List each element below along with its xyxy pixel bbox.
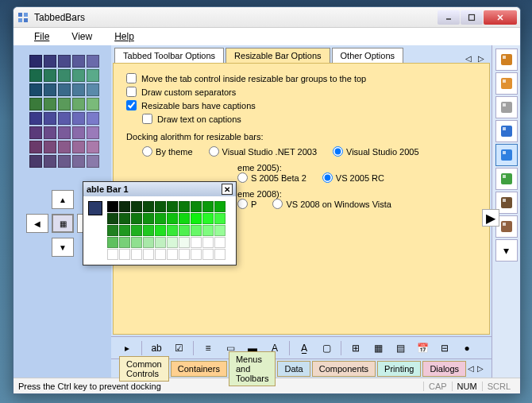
- green-swatch[interactable]: [202, 237, 214, 248]
- green-swatch[interactable]: [179, 237, 190, 248]
- green-swatch[interactable]: [214, 225, 226, 236]
- btab-scroll-left[interactable]: ◁: [468, 364, 474, 373]
- vs-icon[interactable]: [495, 144, 518, 166]
- color-swatch[interactable]: [44, 126, 56, 139]
- color-swatch[interactable]: [29, 141, 42, 153]
- green-swatch[interactable]: [202, 249, 214, 260]
- close-button[interactable]: [484, 10, 517, 25]
- green-swatch[interactable]: [167, 237, 178, 248]
- category-tab-dialogs[interactable]: Dialogs: [422, 361, 466, 377]
- green-swatch[interactable]: [143, 249, 154, 260]
- green-swatch[interactable]: [179, 249, 190, 260]
- color-swatch[interactable]: [44, 69, 56, 82]
- color-swatch[interactable]: [72, 55, 85, 68]
- color-swatch[interactable]: [44, 98, 56, 110]
- green-swatch[interactable]: [143, 237, 154, 248]
- tab-other-options[interactable]: Other Options: [332, 48, 403, 63]
- radio-vs2008-vista[interactable]: [272, 199, 283, 209]
- chk-draw-separators[interactable]: [126, 87, 137, 97]
- tab-toolbar-options[interactable]: Tabbed Toolbar Options: [114, 48, 224, 63]
- group-icon[interactable]: ▦: [370, 340, 386, 356]
- dot-icon[interactable]: ●: [459, 340, 475, 356]
- dock-left-button[interactable]: ◀: [26, 214, 48, 233]
- color-swatch[interactable]: [58, 98, 71, 110]
- btab-scroll-right[interactable]: ▷: [477, 364, 484, 373]
- category-tab-menus-and-toolbars[interactable]: Menus and Toolbars: [229, 351, 276, 386]
- color-swatch[interactable]: [58, 69, 71, 82]
- green-swatch[interactable]: [119, 237, 130, 248]
- color-swatch-grid[interactable]: [29, 55, 99, 168]
- color-swatch[interactable]: [72, 69, 85, 82]
- green-swatch[interactable]: [155, 225, 166, 236]
- green-swatch[interactable]: [167, 225, 178, 236]
- green-swatch[interactable]: [214, 201, 226, 212]
- green-swatch[interactable]: [167, 213, 178, 224]
- color-swatch[interactable]: [72, 141, 85, 153]
- green-swatch[interactable]: [119, 213, 130, 224]
- green-swatch[interactable]: [131, 225, 142, 236]
- color-swatch[interactable]: [29, 98, 42, 110]
- color-swatch[interactable]: [87, 83, 99, 96]
- green-swatch[interactable]: [155, 237, 166, 248]
- green-swatch[interactable]: [179, 225, 190, 236]
- color-swatch[interactable]: [29, 55, 42, 68]
- chk-move-tab-top[interactable]: [126, 73, 137, 83]
- nav-right-floating[interactable]: ▶: [482, 209, 499, 227]
- green-swatch[interactable]: [119, 201, 130, 212]
- green-swatch[interactable]: [214, 237, 226, 248]
- green-swatch[interactable]: [191, 213, 202, 224]
- green-swatch[interactable]: [131, 237, 142, 248]
- green-swatch[interactable]: [119, 225, 130, 236]
- label-icon[interactable]: ab: [148, 340, 164, 356]
- color-swatch[interactable]: [29, 69, 42, 82]
- color-swatch[interactable]: [44, 155, 56, 168]
- color-swatch[interactable]: [58, 126, 71, 139]
- radio-vs2008-p[interactable]: [237, 199, 248, 209]
- green-swatch[interactable]: [191, 249, 202, 260]
- arrow-icon[interactable]: ▸: [119, 340, 135, 356]
- category-tab-printing[interactable]: Printing: [377, 361, 421, 377]
- color-swatch[interactable]: [29, 83, 42, 96]
- green-swatch[interactable]: [191, 237, 202, 248]
- green-swatch-grid[interactable]: [107, 201, 226, 260]
- green-swatch[interactable]: [155, 213, 166, 224]
- color-swatch[interactable]: [58, 141, 71, 153]
- floating-color-palette[interactable]: able Bar 1 ✕: [83, 181, 237, 265]
- color-swatch[interactable]: [87, 55, 99, 68]
- floating-palette-close[interactable]: ✕: [222, 184, 233, 195]
- radio-vs2005-rc[interactable]: [322, 172, 333, 183]
- color-swatch[interactable]: [44, 112, 56, 125]
- color-swatch[interactable]: [87, 155, 99, 168]
- green-swatch[interactable]: [179, 213, 190, 224]
- category-tab-data[interactable]: Data: [277, 361, 310, 377]
- color-swatch[interactable]: [44, 141, 56, 153]
- color-swatch[interactable]: [29, 155, 42, 168]
- tab-resizable-bar-options[interactable]: Resizable Bar Options: [226, 48, 330, 63]
- category-tab-components[interactable]: Components: [312, 361, 376, 377]
- titlebar[interactable]: TabbedBars: [13, 7, 520, 28]
- color-swatch[interactable]: [58, 155, 71, 168]
- radio-vs2003[interactable]: [209, 146, 219, 157]
- menu-help[interactable]: Help: [102, 29, 147, 44]
- tree-icon[interactable]: ⊟: [437, 340, 453, 356]
- tab-scroll-right[interactable]: ▷: [476, 54, 487, 63]
- minimize-button[interactable]: [438, 10, 460, 25]
- green-swatch[interactable]: [167, 249, 178, 260]
- green-swatch[interactable]: [107, 201, 118, 212]
- green-swatch[interactable]: [214, 213, 226, 224]
- green-swatch[interactable]: [191, 201, 202, 212]
- color-swatch[interactable]: [29, 126, 42, 139]
- chk-have-captions[interactable]: [126, 100, 137, 110]
- maximize-button[interactable]: [461, 10, 483, 25]
- windows-xp-icon[interactable]: [495, 120, 518, 142]
- green-swatch[interactable]: [167, 201, 178, 212]
- dock-up-button[interactable]: ▲: [52, 190, 74, 209]
- category-tab-common-controls[interactable]: Common Controls: [119, 356, 169, 382]
- green-swatch[interactable]: [155, 249, 166, 260]
- color-swatch[interactable]: [44, 83, 56, 96]
- radio-vs2005-beta2[interactable]: [237, 172, 248, 183]
- office-gray-icon[interactable]: [495, 96, 518, 118]
- color-swatch[interactable]: [29, 112, 42, 125]
- dock-center-button[interactable]: ▦: [52, 214, 74, 233]
- grid-icon[interactable]: ⊞: [348, 340, 364, 356]
